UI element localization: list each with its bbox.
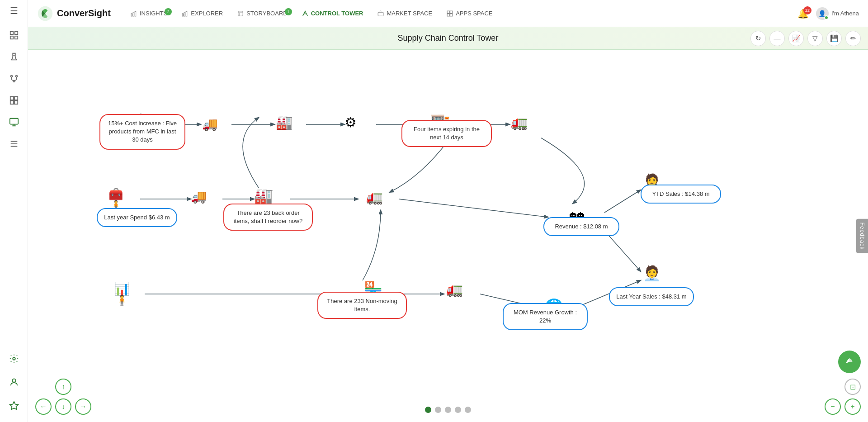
nav-controls: ↑ ← ↓ → [35,379,91,415]
notifications-bell[interactable]: 🔔 22 [797,8,809,19]
svg-rect-1 [14,32,17,34]
svg-rect-31 [447,11,449,13]
nav-menu: INSIGHTS 2 EXPLORER STORYBOARD 1 CONTROL… [124,7,797,19]
app-logo[interactable]: ConverSight [37,5,111,22]
pagination-dot-2[interactable] [435,407,441,413]
pagination-dot-3[interactable] [445,407,451,413]
sidebar-item-monitor[interactable] [5,113,23,131]
svg-rect-32 [450,11,453,13]
sidebar: ☰ [0,0,28,422]
svg-rect-12 [9,119,18,124]
svg-point-6 [15,76,17,77]
svg-rect-25 [186,11,187,16]
svg-point-17 [12,379,15,382]
sidebar-item-settings[interactable] [5,350,23,368]
bubble-mom-growth[interactable]: MOM Revenue Growth : 22% [503,303,588,330]
pagination-dot-4[interactable] [455,407,461,413]
sidebar-item-star[interactable] [5,397,23,415]
svg-line-43 [399,199,548,217]
svg-rect-2 [10,36,13,39]
node-factory1[interactable]: ⚙ [344,114,357,130]
pagination-dot-5[interactable] [465,407,471,413]
user-menu[interactable]: 👤 I'm Athena [816,7,859,20]
nav-down-button[interactable]: ↓ [55,398,71,415]
svg-rect-22 [135,11,136,16]
svg-line-47 [604,190,641,213]
sidebar-item-list[interactable] [5,135,23,153]
svg-rect-10 [10,101,13,104]
edit-button[interactable]: ✏ [845,31,861,46]
pagination [425,407,471,413]
zoom-in-button[interactable]: + [844,398,861,415]
node-truck1[interactable]: 🚚 [202,117,218,132]
save-button[interactable]: 💾 [826,31,842,46]
bubble-expiring[interactable]: Four items expiring in the next 14 days [401,120,492,147]
cs-orb-button[interactable] [838,351,861,373]
top-navigation: ConverSight INSIGHTS 2 EXPLORER STORYBOA… [28,0,868,27]
zoom-out-button[interactable]: − [825,398,841,415]
svg-rect-9 [14,97,17,100]
hamburger-menu[interactable]: ☰ [10,5,18,16]
subheader-actions: ↻ — 📈 ▽ 💾 ✏ [750,31,861,46]
bubble-cost-increase[interactable]: 15%+ Cost increase : Five products from … [99,114,185,150]
canvas-inner: 🧍 📦 🚚 🏭 ⚙ 🏬 Main 🚛 🧰 🧍 [28,50,868,422]
node-delivery-truck-top[interactable]: 🚛 [511,114,528,130]
user-avatar: 👤 [816,7,829,20]
node-supplier3[interactable]: 📊 🧍 [114,281,130,306]
sidebar-item-grid[interactable] [5,91,23,109]
bubble-last-year-spend[interactable]: Last year Spend $6.43 m [97,208,177,227]
fit-to-screen-button[interactable]: ⊡ [844,379,861,395]
node-customer-bottom[interactable]: 🧑‍💼 [643,265,661,282]
nav-storyboard[interactable]: STORYBOARD 1 [231,7,294,19]
node-truck-middle[interactable]: 🚛 [366,189,383,205]
nav-explorer[interactable]: EXPLORER [175,7,229,19]
node-supplier2[interactable]: 🧰 🧍 [108,187,123,210]
node-truck-bottom[interactable]: 🚛 [446,281,463,297]
svg-rect-8 [10,97,13,100]
svg-point-7 [13,81,15,82]
refresh-button[interactable]: ↻ [750,31,766,46]
nav-left-button[interactable]: ← [35,398,52,415]
bubble-non-moving[interactable]: There are 233 Non-moving items. [317,292,407,319]
svg-rect-3 [14,36,17,39]
nav-apps-space[interactable]: APPS SPACE [440,7,499,19]
svg-line-48 [604,231,641,271]
dash-button[interactable]: — [769,31,785,46]
bubble-revenue[interactable]: Revenue : $12.08 m [543,217,619,236]
node-factory-middle[interactable]: 🏭 [254,187,273,205]
nav-market-space[interactable]: MARKET SPACE [371,7,439,19]
nav-right: 🔔 22 👤 I'm Athena [797,7,859,20]
node-warehouse1[interactable]: 🏭 [276,114,292,130]
sidebar-item-reports[interactable] [5,26,23,44]
svg-rect-0 [10,32,13,34]
filter-button[interactable]: ▽ [807,31,823,46]
bubble-last-year-sales[interactable]: Last Year Sales : $48.31 m [609,287,694,306]
svg-rect-11 [14,101,17,104]
subheader: Supply Chain Control Tower ↻ — 📈 ▽ 💾 ✏ [28,27,868,50]
nav-insights[interactable]: INSIGHTS 2 [124,7,174,19]
bubble-ytd-sales[interactable]: YTD Sales : $14.38 m [641,185,721,204]
nav-up-button[interactable]: ↑ [55,379,71,395]
app-name: ConverSight [57,8,111,19]
bubble-back-order[interactable]: There are 23 back order items, shall I r… [223,204,313,231]
nav-right-button[interactable]: → [75,398,91,415]
pagination-dot-1[interactable] [425,407,431,413]
svg-point-5 [10,76,12,77]
node-truck2[interactable]: 🚚 [191,189,207,204]
trending-button[interactable]: 📈 [788,31,804,46]
svg-rect-23 [182,14,183,16]
feedback-container: Feedback [856,218,868,253]
feedback-tab[interactable]: Feedback [856,218,868,253]
svg-point-16 [13,357,15,360]
sidebar-item-branch[interactable] [5,70,23,88]
flow-arrows [28,50,868,422]
main-canvas: 🧍 📦 🚚 🏭 ⚙ 🏬 Main 🚛 🧰 🧍 [28,50,868,422]
svg-rect-34 [450,14,453,16]
sidebar-item-lab[interactable] [5,48,23,66]
svg-rect-24 [184,12,185,16]
svg-rect-30 [378,12,384,16]
sidebar-item-user[interactable] [5,373,23,391]
zoom-controls: ⊡ − + [825,351,861,415]
nav-control-tower[interactable]: CONTROL TOWER [296,7,370,19]
page-title: Supply Chain Control Tower [398,33,499,43]
